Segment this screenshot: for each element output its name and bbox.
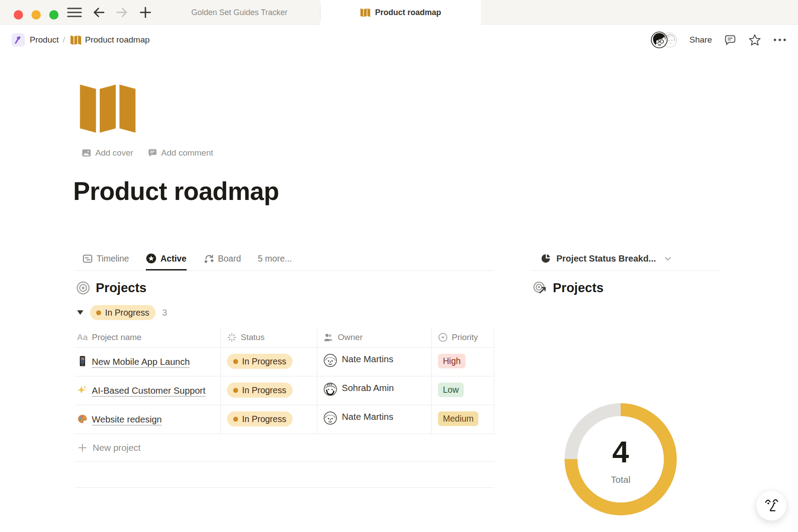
plus-icon xyxy=(78,443,87,452)
people-icon xyxy=(324,333,334,342)
donut-total-label: Total xyxy=(559,474,682,485)
avatar xyxy=(324,354,337,367)
column-header-project-name[interactable]: Aa Project name xyxy=(74,327,220,347)
section-title-projects: Projects xyxy=(96,281,146,295)
status-dot xyxy=(233,359,238,364)
column-header-status[interactable]: Status xyxy=(220,327,317,347)
group-toggle-icon[interactable] xyxy=(77,310,83,315)
chart-section-title: Projects xyxy=(553,281,603,295)
column-header-owner[interactable]: Owner xyxy=(317,327,431,347)
close-window-button[interactable] xyxy=(14,10,23,20)
priority-pill: Medium xyxy=(438,411,478,426)
table-header: Aa Project name Status xyxy=(74,327,494,348)
tab-product-roadmap[interactable]: Product roadmap xyxy=(321,0,481,25)
column-header-priority[interactable]: Priority xyxy=(431,327,494,347)
forward-icon[interactable] xyxy=(115,6,129,19)
bullseye-icon xyxy=(76,281,90,295)
hammer-icon[interactable] xyxy=(12,33,25,47)
chevron-down-icon xyxy=(665,256,671,261)
target-link-icon xyxy=(533,281,547,295)
breadcrumb-separator: / xyxy=(63,35,65,45)
notion-ai-button[interactable] xyxy=(756,490,787,521)
share-button[interactable]: Share xyxy=(689,35,712,45)
more-icon[interactable] xyxy=(773,38,786,42)
view-tab-board[interactable]: Board xyxy=(203,246,241,270)
zoom-window-button[interactable] xyxy=(49,10,59,20)
owner-cell[interactable]: Sohrab Amin xyxy=(317,376,431,405)
owner-cell[interactable]: Nate Martins xyxy=(317,405,431,434)
avatar xyxy=(651,31,668,48)
breadcrumb: Product / Product roadmap xyxy=(12,33,150,47)
priority-pill: Low xyxy=(438,383,464,397)
group-status-pill[interactable]: In Progress xyxy=(90,305,156,320)
donut-total-value: 4 xyxy=(559,434,682,469)
menu-icon[interactable] xyxy=(66,6,82,19)
back-icon[interactable] xyxy=(92,6,106,19)
map-icon xyxy=(70,35,81,45)
star-icon[interactable] xyxy=(748,34,761,47)
map-icon xyxy=(360,8,370,17)
group-count: 3 xyxy=(162,308,167,318)
owner-cell[interactable]: Nate Martins xyxy=(317,348,431,376)
project-name-cell[interactable]: Website redesign xyxy=(74,405,220,434)
minimize-window-button[interactable] xyxy=(31,10,41,20)
ai-face-icon xyxy=(762,496,781,515)
add-comment-button[interactable]: Add comment xyxy=(148,148,213,158)
priority-cell[interactable]: Low xyxy=(431,376,494,405)
breadcrumb-product[interactable]: Product xyxy=(30,35,59,45)
collaborator-avatars[interactable] xyxy=(651,31,677,48)
timeline-icon xyxy=(82,254,93,264)
new-project-button[interactable]: New project xyxy=(74,434,494,462)
more-views-button[interactable]: 5 more... xyxy=(258,254,292,264)
avatar xyxy=(324,383,337,396)
projects-table: Aa Project name Status xyxy=(74,327,494,434)
breadcrumb-product-roadmap[interactable]: Product roadmap xyxy=(85,35,150,45)
status-cell[interactable]: In Progress xyxy=(220,376,317,405)
section-divider xyxy=(74,487,494,488)
table-row: Website redesign In Progress Nate Martin… xyxy=(74,405,494,434)
view-tab-timeline[interactable]: Timeline xyxy=(82,246,129,270)
add-cover-button[interactable]: Add cover xyxy=(82,148,133,158)
mobile-phone-icon xyxy=(77,356,88,367)
page-icon-map[interactable] xyxy=(80,82,136,135)
comment-icon xyxy=(148,148,157,158)
priority-cell[interactable]: High xyxy=(431,348,494,376)
comment-icon[interactable] xyxy=(724,34,736,46)
tab-golden-set-guides-tracker[interactable]: Golden Set Guides Tracker xyxy=(160,0,319,25)
board-icon xyxy=(203,253,214,264)
avatar xyxy=(324,411,337,425)
status-dot xyxy=(233,417,238,422)
view-tab-active[interactable]: Active xyxy=(146,246,187,270)
priority-pill: High xyxy=(438,354,466,368)
window-chrome: Golden Set Guides Tracker Product roadma… xyxy=(0,0,798,25)
star-badge-icon xyxy=(146,253,156,264)
table-row: New Mobile App Launch In Progress Nate M… xyxy=(74,348,494,376)
table-row: AI-Based Customer Support In Progress So… xyxy=(74,376,494,405)
spinner-icon xyxy=(227,332,237,342)
chart-view-selector[interactable]: Project Status Breakd... xyxy=(531,246,720,271)
palette-icon xyxy=(77,414,88,424)
page-title[interactable]: Product roadmap xyxy=(73,176,279,206)
circled-down-icon xyxy=(438,332,448,342)
priority-cell[interactable]: Medium xyxy=(431,405,494,434)
sparkles-icon xyxy=(77,385,88,395)
status-cell[interactable]: In Progress xyxy=(220,405,317,434)
page-toolbar: Product / Product roadmap xyxy=(0,25,798,55)
status-cell[interactable]: In Progress xyxy=(220,348,317,376)
status-dot xyxy=(233,388,238,393)
project-name-cell[interactable]: AI-Based Customer Support xyxy=(74,376,220,405)
text-type-icon: Aa xyxy=(77,332,88,342)
project-name-cell[interactable]: New Mobile App Launch xyxy=(74,348,220,376)
new-tab-icon[interactable] xyxy=(139,6,152,19)
image-icon xyxy=(82,148,91,158)
view-tabs: Timeline Active Board 5 more. xyxy=(74,246,494,271)
pie-chart-icon xyxy=(541,253,552,264)
status-dot xyxy=(96,310,101,315)
status-donut-chart: 4 Total xyxy=(559,398,682,520)
